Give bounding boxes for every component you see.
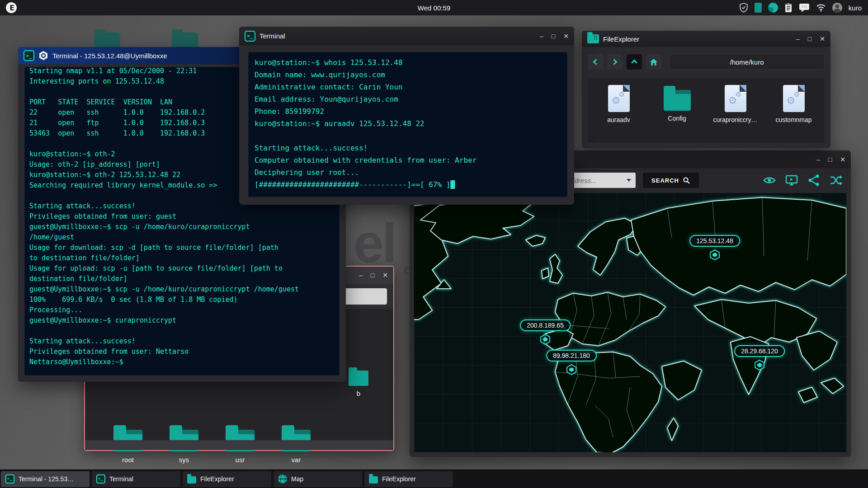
terminal-line: guest@Uymillboxxe:~$ scp -u /home/kuro/c…: [29, 284, 335, 295]
terminal-line: Usage for download: scp -d [path to sour…: [29, 243, 335, 253]
window-controls: – □ ✕: [359, 272, 388, 279]
username: kuro: [849, 4, 862, 12]
terminal-line: Computer obtained with credentials from …: [255, 154, 561, 166]
shuffle-icon[interactable]: [829, 174, 843, 187]
eye-icon[interactable]: [763, 174, 776, 187]
taskbar-item-label: Map: [291, 475, 303, 483]
terminal-line: Privileges obtained from user: guest: [29, 211, 335, 222]
taskbar-item[interactable]: Map: [274, 471, 362, 487]
user-avatar[interactable]: [832, 3, 842, 13]
file-item-label: auraadv: [607, 116, 630, 123]
search-button[interactable]: SEARCH: [643, 173, 699, 188]
file-item-label: curaproniccry…: [713, 116, 757, 123]
titlebar[interactable]: FileExplorer – □ ✕: [582, 31, 830, 47]
chat-icon[interactable]: [799, 3, 810, 13]
window-title: Terminal - 125.53.12.48@Uymillboxxe: [52, 52, 167, 60]
search-icon: [683, 177, 690, 184]
window-controls: – □ ✕: [540, 33, 569, 40]
Config[interactable]: ⚙⚙ Config: [648, 85, 706, 143]
file-item-partial[interactable]: b: [343, 367, 374, 397]
curaproniccry…[interactable]: ⚙⚙ curaproniccry…: [706, 85, 764, 143]
minimize-button[interactable]: –: [796, 35, 800, 42]
file-item-label: usr: [236, 456, 245, 464]
terminal-screen[interactable]: kuro@station:~$ whois 125.53.12.48Domain…: [248, 52, 567, 197]
terminal-line: to destination file/folder]: [29, 253, 335, 263]
chevron-right-icon: [611, 58, 618, 66]
status-bar: [85, 440, 393, 450]
close-button[interactable]: ✕: [382, 272, 388, 279]
ip-marker[interactable]: 28.29.68.120: [734, 345, 785, 357]
shield-check-icon[interactable]: [739, 3, 748, 13]
taskbar-item[interactable]: Terminal: [92, 471, 180, 487]
close-button[interactable]: ✕: [840, 156, 845, 163]
terminal-line: Email address: Youn@qurijayos.com: [255, 93, 561, 105]
close-button[interactable]: ✕: [820, 35, 825, 42]
home-button[interactable]: [646, 54, 661, 70]
customnmap[interactable]: ⚙⚙ customnmap: [764, 85, 823, 143]
taskbar-item[interactable]: FileExplorer: [183, 471, 271, 487]
window-terminal-local[interactable]: >_ Terminal – □ ✕ kuro@station:~$ whois …: [239, 27, 574, 205]
desktop-folder-icon[interactable]: [172, 33, 198, 49]
battery-icon[interactable]: [755, 3, 762, 13]
window-title: Terminal: [259, 32, 285, 40]
chevron-up-icon: [631, 58, 638, 66]
share-nodes-icon[interactable]: [807, 174, 821, 187]
maximize-button[interactable]: □: [371, 272, 374, 279]
taskbar-item-icon: [278, 474, 287, 483]
maximize-button[interactable]: □: [828, 156, 832, 163]
ip-label: 200.8.189.65: [520, 319, 571, 331]
resource-pie-icon[interactable]: [768, 3, 778, 13]
taskbar-item-label: Terminal: [109, 475, 133, 483]
taskbar-item[interactable]: Terminal - 125.53…: [1, 471, 90, 487]
ip-marker[interactable]: 125.53.12.48: [689, 235, 740, 247]
maximize-button[interactable]: □: [552, 33, 555, 40]
home-icon: [650, 58, 658, 66]
secure-hexagon-icon: [38, 51, 48, 61]
desktop-watermark: el OPER: [354, 216, 395, 270]
ip-marker[interactable]: 89.98.21.180: [546, 350, 597, 361]
world-map[interactable]: 125.53.12.48 200.8.189.65 89.98.21.180 2…: [414, 193, 846, 452]
file-icon: ⚙⚙: [783, 85, 805, 112]
remote-desktop-icon[interactable]: [785, 174, 798, 187]
minimize-button[interactable]: –: [816, 156, 820, 163]
titlebar[interactable]: >_ Terminal – □ ✕: [239, 27, 574, 45]
watermark-text-big: el: [354, 216, 395, 270]
system-tray: kuro: [739, 0, 862, 15]
auraadv[interactable]: ⚙⚙ auraadv: [590, 85, 648, 143]
hexagon-marker-icon: [566, 364, 577, 375]
close-button[interactable]: ✕: [563, 33, 569, 40]
ip-label: 125.53.12.48: [689, 235, 740, 247]
window-title: FileExplorer: [603, 35, 639, 43]
wifi-icon[interactable]: [816, 4, 826, 12]
terminal-line: Starting attack...success!: [29, 336, 335, 347]
folder-icon: [349, 371, 368, 386]
file-item-label: b: [357, 389, 360, 397]
ip-marker[interactable]: 200.8.189.65: [520, 319, 571, 331]
terminal-line: Usage for upload: scp -u [path to source…: [29, 263, 335, 274]
taskbar-item-label: FileExplorer: [200, 475, 234, 483]
up-button[interactable]: [627, 54, 642, 70]
file-icon: ⚙⚙: [725, 85, 746, 112]
taskbar: Terminal - 125.53… Terminal FileExplorer…: [0, 469, 868, 488]
back-button[interactable]: [588, 54, 603, 70]
minimize-button[interactable]: –: [359, 272, 363, 279]
hexagon-marker-icon: [709, 249, 721, 261]
terminal-output: kuro@station:~$ whois 125.53.12.48Domain…: [255, 56, 561, 191]
top-bar: E Wed 00:59 kuro: [0, 0, 868, 15]
file-grid: ⚙⚙ auraadv ⚙⚙ Config ⚙⚙ curaproniccry… ⚙…: [588, 78, 825, 143]
terminal-line: [29, 326, 335, 336]
taskbar-item-label: Terminal - 125.53…: [19, 475, 74, 483]
minimize-button[interactable]: –: [540, 33, 543, 40]
path-input[interactable]: /home/kuro: [669, 54, 825, 70]
forward-button[interactable]: [607, 54, 623, 70]
maximize-button[interactable]: □: [808, 35, 811, 42]
taskbar-item[interactable]: FileExplorer: [364, 471, 453, 487]
window-fileexplorer[interactable]: FileExplorer – □ ✕ /home/kuro ⚙⚙ auraadv…: [582, 31, 830, 148]
terminal-line: guest@Uymillboxxe:~$ curaproniccrypt: [29, 315, 335, 326]
file-item-label: sys: [179, 456, 189, 464]
dropdown-caret-icon: [627, 179, 631, 182]
window-controls: – □ ✕: [796, 35, 825, 42]
terminal-line: Administrative contact: Carin Youn: [255, 81, 561, 93]
clipboard-icon[interactable]: [784, 3, 793, 13]
desktop-folder-icon[interactable]: [94, 33, 120, 49]
